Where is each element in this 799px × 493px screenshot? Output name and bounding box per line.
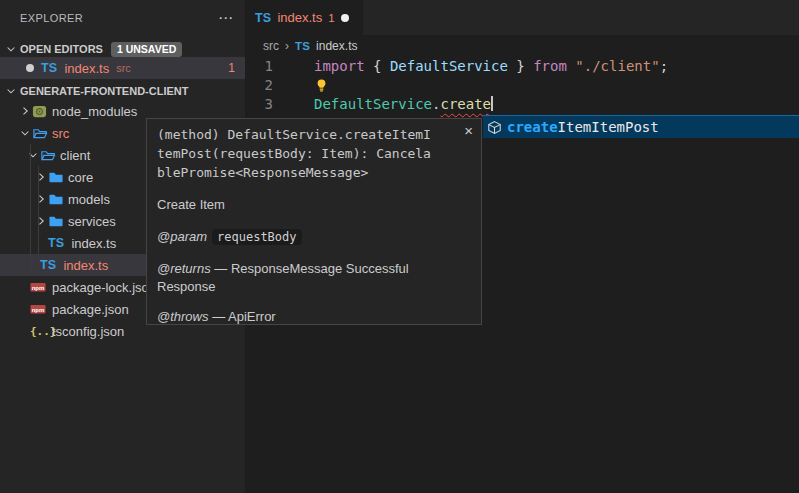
tree-item-label: index.ts xyxy=(71,236,116,251)
tree-item-label: models xyxy=(68,192,110,207)
tree-item-label: package.json xyxy=(52,302,129,317)
tree-item-label: src xyxy=(52,126,69,141)
line-number: 2 xyxy=(245,76,273,95)
editor-tab-bar: TS index.ts 1 xyxy=(245,0,799,35)
folder-icon xyxy=(48,214,68,229)
suggestion-rest-text: ItemItemPost xyxy=(558,119,659,135)
tree-item-label: node_modules xyxy=(52,104,137,119)
chevron-down-icon xyxy=(26,149,40,161)
modified-dot-icon[interactable] xyxy=(341,14,349,22)
more-actions-icon[interactable]: ⋯ xyxy=(218,10,233,25)
suggestion-match-text: create xyxy=(507,119,558,135)
tree-item-label: index.ts xyxy=(63,258,108,273)
typescript-file-icon: TS xyxy=(48,236,64,250)
token-from: from xyxy=(525,58,576,74)
throws-tag: @throws xyxy=(157,309,209,324)
doc-throws-line: @throws — ApiError xyxy=(157,308,457,325)
doc-param-line: @paramrequestBody xyxy=(157,228,457,246)
node-modules-folder-icon xyxy=(32,104,52,119)
token-default-service-ref: DefaultService xyxy=(314,96,432,112)
doc-description: Create Item xyxy=(157,196,457,214)
chevron-right-icon xyxy=(34,171,48,183)
open-editor-file-detail: src xyxy=(116,62,131,74)
tree-item-label: services xyxy=(68,214,116,229)
token-open-brace: { xyxy=(373,58,390,74)
breadcrumb: src › TS index.ts xyxy=(245,35,799,57)
suggest-docs-panel: × (method) DefaultService.createItemItem… xyxy=(146,118,482,325)
method-signature: (method) DefaultService.createItemItemPo… xyxy=(157,125,434,182)
chevron-right-icon xyxy=(34,193,48,205)
token-semicolon: ; xyxy=(660,58,668,74)
text-cursor xyxy=(491,96,493,111)
modified-dot-icon xyxy=(26,64,34,72)
chevron-right-icon xyxy=(34,215,48,227)
chevron-down-icon xyxy=(4,85,18,97)
code-line-1: import { DefaultService } from "./client… xyxy=(314,57,668,76)
unsaved-badge: 1 UNSAVED xyxy=(111,42,182,57)
typescript-file-icon: TS xyxy=(255,11,271,25)
workspace-header[interactable]: GENERATE-FRONTEND-CLIENT xyxy=(0,80,245,102)
tree-item-label: client xyxy=(60,148,90,163)
throws-text: — ApiError xyxy=(212,309,276,324)
folder-open-icon xyxy=(32,126,52,141)
typescript-file-icon: TS xyxy=(40,258,56,272)
npm-icon: npm xyxy=(30,279,52,295)
open-editor-item-index-ts[interactable]: TS index.ts src 1 xyxy=(0,57,245,79)
breadcrumb-folder[interactable]: src xyxy=(263,39,279,53)
suggest-widget-item-selected[interactable]: createItemItemPost xyxy=(483,115,799,138)
tree-item-label: package-lock.json xyxy=(52,280,156,295)
doc-returns-line: @returns — ResponseMessage Successful Re… xyxy=(157,260,457,296)
tab-error-count: 1 xyxy=(328,12,334,24)
chevron-right-icon xyxy=(18,105,32,117)
open-editor-file-name: index.ts xyxy=(64,61,109,76)
returns-tag: @returns xyxy=(157,261,211,276)
line-number: 3 xyxy=(245,95,273,114)
folder-icon xyxy=(48,170,68,185)
indent-guide xyxy=(30,144,31,276)
tree-item-label: tsconfig.json xyxy=(52,324,124,339)
tab-file-name: index.ts xyxy=(277,10,322,25)
typescript-file-icon: TS xyxy=(41,61,57,75)
chevron-down-icon xyxy=(4,43,18,55)
explorer-header: EXPLORER ⋯ xyxy=(0,0,245,35)
error-count-badge: 1 xyxy=(228,61,235,75)
token-default-service: DefaultService xyxy=(390,58,508,74)
npm-icon: npm xyxy=(30,301,52,317)
close-icon[interactable]: × xyxy=(464,123,473,138)
breadcrumb-separator-icon: › xyxy=(285,39,289,53)
param-tag: @param xyxy=(157,229,207,244)
line-number: 1 xyxy=(245,57,273,76)
tab-index-ts[interactable]: TS index.ts 1 xyxy=(245,0,363,35)
folder-icon xyxy=(48,192,68,207)
vscode-window: EXPLORER ⋯ OPEN EDITORS 1 UNSAVED TS ind… xyxy=(0,0,799,493)
code-line-3: DefaultService.create xyxy=(314,95,493,114)
explorer-title: EXPLORER xyxy=(20,12,218,24)
token-import: import xyxy=(314,58,373,74)
token-module-string: "./client" xyxy=(575,58,659,74)
method-cube-icon xyxy=(487,120,502,135)
breadcrumb-file[interactable]: index.ts xyxy=(316,39,357,53)
typescript-file-icon: TS xyxy=(295,40,310,52)
svg-text:npm: npm xyxy=(32,307,45,313)
token-create-with-error-squiggle: create xyxy=(440,96,491,112)
folder-open-icon xyxy=(40,148,60,163)
json-braces-icon: {..} xyxy=(30,325,52,338)
param-name-chip: requestBody xyxy=(212,229,301,245)
workspace-label: GENERATE-FRONTEND-CLIENT xyxy=(20,85,188,97)
svg-text:npm: npm xyxy=(32,285,45,291)
open-editors-label: OPEN EDITORS xyxy=(20,43,103,55)
token-close-brace: } xyxy=(508,58,525,74)
tree-item-label: core xyxy=(68,170,93,185)
indent-guide xyxy=(38,166,39,254)
chevron-down-icon xyxy=(18,127,32,139)
